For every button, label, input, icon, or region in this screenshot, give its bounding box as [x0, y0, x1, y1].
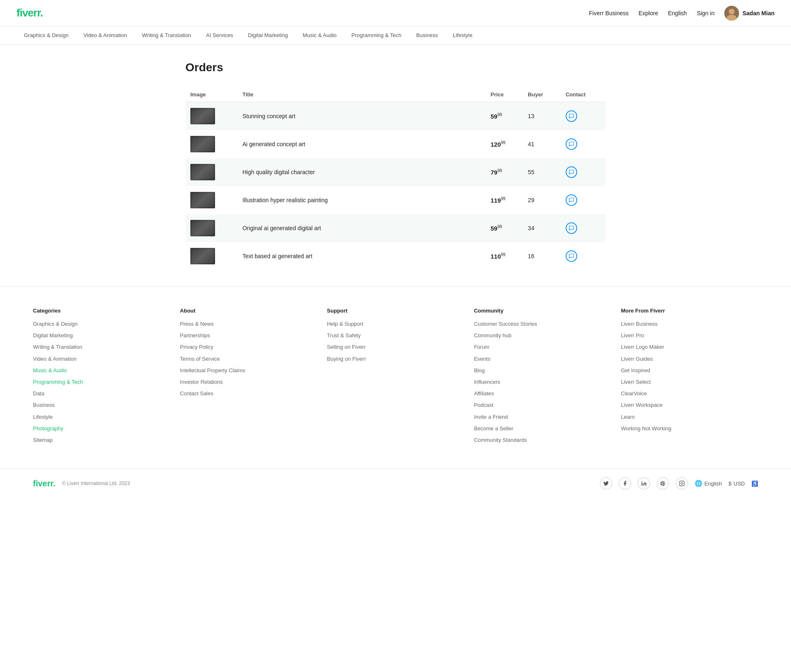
footer-link[interactable]: Lifestyle	[33, 413, 170, 421]
footer-link[interactable]: Get Inspired	[621, 367, 758, 374]
contact-button[interactable]	[566, 194, 577, 206]
cat-video-animation[interactable]: Video & Animation	[76, 26, 134, 44]
pinterest-icon[interactable]	[657, 477, 669, 490]
cat-writing-translation[interactable]: Writing & Translation	[134, 26, 199, 44]
contact-button[interactable]	[566, 222, 577, 234]
order-price: 11999	[491, 197, 505, 204]
footer-link[interactable]: Video & Animation	[33, 355, 170, 363]
footer-bottom-right: 🌐 English $ USD ♿	[600, 477, 758, 490]
footer-link[interactable]: Help & Support	[327, 320, 464, 328]
cat-lifestyle[interactable]: Lifestyle	[445, 26, 480, 44]
accessibility-footer[interactable]: ♿	[751, 481, 758, 487]
footer-link[interactable]: Buying on Fiverr	[327, 355, 464, 363]
footer-link[interactable]: Press & News	[180, 320, 317, 328]
footer-language: English	[704, 481, 722, 487]
cat-business[interactable]: Business	[409, 26, 445, 44]
table-row: Text based ai generated art1109916	[185, 242, 606, 270]
footer-link[interactable]: Liverr Guides	[621, 355, 758, 363]
contact-button[interactable]	[566, 138, 577, 150]
footer-link[interactable]: Affiliates	[474, 390, 611, 397]
cat-music-audio[interactable]: Music & Audio	[295, 26, 344, 44]
order-buyer: 29	[528, 197, 534, 203]
cat-graphics-design[interactable]: Graphics & Design	[16, 26, 76, 44]
footer-link-photography[interactable]: Photography	[33, 425, 170, 432]
language-footer[interactable]: 🌐 English	[695, 480, 722, 487]
footer-link[interactable]: Liverr Pro	[621, 332, 758, 339]
footer-about: About Press & News Partnerships Privacy …	[180, 308, 317, 448]
footer-link[interactable]: Trust & Safety	[327, 332, 464, 339]
order-thumbnail	[190, 108, 215, 124]
footer-link[interactable]: Podcast	[474, 401, 611, 409]
footer-link[interactable]: Liverr Workspace	[621, 401, 758, 409]
footer-bottom-left: fiverr. © Liverr International Ltd. 2023	[33, 479, 130, 488]
order-price-cell: 11999	[486, 186, 523, 214]
linkedin-icon[interactable]	[638, 477, 650, 490]
footer-link[interactable]: Sitemap	[33, 436, 170, 444]
footer-about-heading: About	[180, 308, 317, 314]
footer-link[interactable]: Influencers	[474, 378, 611, 386]
footer-copyright: © Liverr International Ltd. 2023	[62, 481, 130, 486]
svg-rect-4	[679, 481, 684, 486]
footer-link[interactable]: Business	[33, 401, 170, 409]
footer-link[interactable]: Selling on Fiverr	[327, 343, 464, 351]
footer-link[interactable]: Contact Sales	[180, 390, 317, 397]
instagram-icon[interactable]	[676, 477, 688, 490]
footer-link[interactable]: Community hub	[474, 332, 611, 339]
footer-link[interactable]: Liverr Business	[621, 320, 758, 328]
footer-link[interactable]: Graphics & Design	[33, 320, 170, 328]
user-avatar-wrap[interactable]: Sadan Mian	[724, 6, 775, 21]
order-image-cell	[185, 158, 237, 186]
order-title: Stunning concept art	[242, 113, 295, 119]
footer-link[interactable]: Partnerships	[180, 332, 317, 339]
footer-support: Support Help & Support Trust & Safety Se…	[327, 308, 464, 448]
category-nav: Graphics & Design Video & Animation Writ…	[0, 26, 791, 44]
order-image-cell	[185, 130, 237, 158]
contact-button[interactable]	[566, 110, 577, 122]
col-price: Price	[486, 87, 523, 102]
order-title-cell: Text based ai generated art	[237, 242, 485, 270]
contact-button[interactable]	[566, 166, 577, 178]
footer-link[interactable]: Forum	[474, 343, 611, 351]
order-title: High quality digital character	[242, 169, 315, 175]
language-selector[interactable]: English	[668, 10, 687, 16]
footer-link[interactable]: Terms of Service	[180, 355, 317, 363]
footer-link[interactable]: Working Not Working	[621, 425, 758, 432]
twitter-icon[interactable]	[600, 477, 612, 490]
footer-link[interactable]: Liverr Logo Maker	[621, 343, 758, 351]
order-buyer: 55	[528, 169, 534, 175]
footer-link-prog[interactable]: Programming & Tech	[33, 378, 170, 386]
footer-link[interactable]: Liverr Select	[621, 378, 758, 386]
footer-link-music[interactable]: Music & Audio	[33, 367, 170, 374]
footer-link[interactable]: Blog	[474, 367, 611, 374]
footer-link[interactable]: Become a Seller	[474, 425, 611, 432]
footer-link[interactable]: Digital Marketing	[33, 332, 170, 339]
fiverr-business-link[interactable]: Fiverr Business	[589, 10, 629, 16]
cat-ai-services[interactable]: AI Services	[199, 26, 241, 44]
col-image: Image	[185, 87, 237, 102]
table-row: Original ai generated digital art599934	[185, 214, 606, 242]
contact-button[interactable]	[566, 250, 577, 262]
footer-link[interactable]: Data	[33, 390, 170, 397]
order-buyer: 13	[528, 113, 534, 119]
footer-link[interactable]: Writing & Translation	[33, 343, 170, 351]
explore-link[interactable]: Explore	[639, 10, 658, 16]
footer-link[interactable]: Events	[474, 355, 611, 363]
accessibility-icon: ♿	[751, 481, 758, 487]
footer-link[interactable]: ClearVoice	[621, 390, 758, 397]
order-buyer: 16	[528, 253, 534, 259]
footer-link[interactable]: Privacy Policy	[180, 343, 317, 351]
cat-programming-tech[interactable]: Programming & Tech	[344, 26, 409, 44]
col-contact: Contact	[561, 87, 606, 102]
currency-footer[interactable]: $ USD	[728, 481, 745, 487]
cat-digital-marketing[interactable]: Digital Marketing	[241, 26, 295, 44]
sign-in-button[interactable]: Sign in	[697, 10, 714, 16]
footer-link[interactable]: Investor Relations	[180, 378, 317, 386]
footer-link[interactable]: Learn	[621, 413, 758, 421]
footer-link[interactable]: Customer Success Stories	[474, 320, 611, 328]
svg-point-3	[641, 481, 642, 482]
facebook-icon[interactable]	[619, 477, 631, 490]
footer-link[interactable]: Intellectual Property Claims	[180, 367, 317, 374]
logo[interactable]: fiverr.	[16, 7, 43, 19]
footer-link[interactable]: Community Standards	[474, 436, 611, 444]
footer-link[interactable]: Invite a Friend	[474, 413, 611, 421]
